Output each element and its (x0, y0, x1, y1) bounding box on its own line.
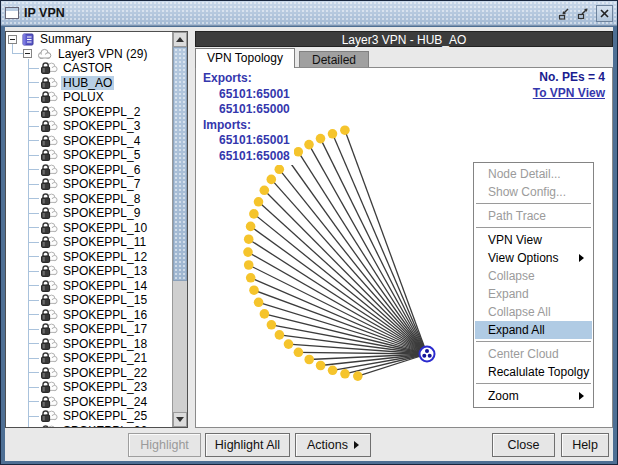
menu-item-zoom[interactable]: Zoom (475, 387, 592, 405)
tree-row[interactable]: HUB_AO (6, 76, 172, 91)
spoke-node[interactable] (340, 125, 350, 135)
lock-cloud-icon (39, 322, 58, 336)
tree-row[interactable]: SPOKEPPL_7 (6, 177, 172, 192)
tree-row[interactable]: SPOKEPPL_23 (6, 380, 172, 395)
spoke-node[interactable] (267, 320, 277, 330)
spoke-node[interactable] (294, 147, 304, 157)
tree-row[interactable]: CASTOR (6, 61, 172, 76)
spoke-node[interactable] (353, 371, 363, 381)
export-values: 65101:6500165101:65000 (203, 87, 290, 118)
spoke-node[interactable] (267, 175, 277, 185)
tree-row[interactable]: SPOKEPPL_2 (6, 105, 172, 120)
spoke-node[interactable] (243, 247, 253, 257)
spoke-node[interactable] (246, 273, 256, 283)
tree-expander[interactable] (23, 49, 32, 58)
spoke-node[interactable] (284, 339, 294, 349)
spoke-node[interactable] (328, 366, 338, 376)
tree-row[interactable]: SPOKEPPL_15 (6, 293, 172, 308)
spoke-node[interactable] (249, 209, 259, 219)
tree-row[interactable]: SPOKEPPL_8 (6, 192, 172, 207)
tree-row[interactable]: SPOKEPPL_22 (6, 366, 172, 381)
titlebar[interactable]: IP VPN (1, 1, 617, 26)
spoke-node[interactable] (246, 222, 256, 232)
lock-cloud-icon (39, 279, 58, 293)
iconify-button[interactable] (555, 5, 572, 22)
highlight-all-button[interactable]: Highlight All (205, 433, 290, 457)
lock-cloud-icon (39, 351, 58, 365)
scrollbar-down-button[interactable] (173, 412, 187, 427)
tree-row[interactable]: SPOKEPPL_26 (6, 424, 172, 428)
spoke-node[interactable] (328, 129, 338, 139)
close-button[interactable]: Close (492, 433, 555, 457)
spoke-node[interactable] (304, 355, 314, 365)
tree-row[interactable]: SPOKEPPL_10 (6, 221, 172, 236)
help-button[interactable]: Help (561, 433, 609, 457)
spoke-node[interactable] (260, 309, 270, 319)
tree-row[interactable]: SPOKEPPL_11 (6, 235, 172, 250)
tree-row[interactable]: SPOKEPPL_9 (6, 206, 172, 221)
tree-item-label: SPOKEPPL_10 (61, 221, 149, 235)
tree-item-label: SPOKEPPL_11 (61, 235, 148, 249)
tree-row[interactable]: SPOKEPPL_18 (6, 337, 172, 352)
menu-item-expand-all[interactable]: Expand All (475, 321, 592, 339)
spoke-node[interactable] (316, 361, 326, 371)
hub-node[interactable] (420, 347, 435, 362)
button-label: Highlight (140, 438, 189, 452)
menu-item-recalulate-topolgy[interactable]: Recalulate Topolgy (475, 363, 592, 381)
spoke-node[interactable] (316, 134, 326, 144)
tree-row[interactable]: SPOKEPPL_25 (6, 409, 172, 424)
tree-item-label: POLUX (61, 90, 106, 104)
tree-row[interactable]: SPOKEPPL_24 (6, 395, 172, 410)
tree-row[interactable]: SPOKEPPL_4 (6, 134, 172, 149)
actions-button[interactable]: Actions (295, 433, 371, 457)
maximize-button[interactable] (574, 5, 591, 22)
tree-row[interactable]: SPOKEPPL_5 (6, 148, 172, 163)
tree-guide-stub (28, 387, 39, 388)
tree-guide-stub (28, 358, 39, 359)
spoke-node[interactable] (275, 330, 285, 340)
scrollbar-thumb[interactable] (173, 47, 187, 281)
tab-detailed[interactable]: Detailed (299, 51, 369, 68)
spoke-node[interactable] (340, 369, 350, 379)
titlebar-close-button[interactable] (596, 5, 613, 22)
menu-item-vpn-view[interactable]: VPN View (475, 231, 592, 249)
tree-scrollbar[interactable] (172, 32, 187, 427)
spoke-node[interactable] (254, 298, 264, 308)
menu-item-view-options[interactable]: View Options (475, 249, 592, 267)
tree-row[interactable]: POLUX (6, 90, 172, 105)
tree-row[interactable]: Summary (6, 32, 172, 47)
scrollbar-up-button[interactable] (173, 32, 187, 47)
tree-row[interactable]: Layer3 VPN (29) (6, 47, 172, 62)
spoke-node[interactable] (249, 285, 259, 295)
tree-row[interactable]: SPOKEPPL_17 (6, 322, 172, 337)
tree-guide-stub (28, 155, 39, 156)
tree-row[interactable]: SPOKEPPL_14 (6, 279, 172, 294)
tree-row[interactable]: SPOKEPPL_16 (6, 308, 172, 323)
tree-row[interactable]: SPOKEPPL_13 (6, 264, 172, 279)
spoke-node[interactable] (304, 140, 314, 150)
tree-item-label: SPOKEPPL_22 (61, 366, 149, 380)
tab-vpn-topology[interactable]: VPN Topology (195, 48, 295, 68)
tree-item-label: SPOKEPPL_18 (61, 337, 149, 351)
menu-arrow-icon (354, 441, 359, 449)
window-content: SummaryLayer3 VPN (29)CASTORHUB_AOPOLUXS… (5, 27, 613, 461)
tree-item-label: HUB_AO (61, 76, 114, 90)
spoke-node[interactable] (260, 186, 270, 196)
tree-guide-stub (28, 111, 39, 112)
to-vpn-view-link[interactable]: To VPN View (533, 86, 605, 102)
menu-item-center-cloud: Center Cloud (475, 345, 592, 363)
tree-row[interactable]: SPOKEPPL_6 (6, 163, 172, 178)
imports-label: Imports: (203, 118, 290, 134)
spoke-node[interactable] (294, 348, 304, 358)
tree-item-label: SPOKEPPL_24 (61, 395, 149, 409)
tree-guide-stub (28, 285, 39, 286)
tree-expander[interactable] (8, 35, 17, 44)
tree-row[interactable]: SPOKEPPL_3 (6, 119, 172, 134)
tree-row[interactable]: SPOKEPPL_12 (6, 250, 172, 265)
lock-cloud-icon (39, 76, 58, 90)
spoke-node[interactable] (275, 165, 285, 175)
spoke-node[interactable] (244, 260, 254, 270)
spoke-node[interactable] (244, 234, 254, 244)
tree-row[interactable]: SPOKEPPL_21 (6, 351, 172, 366)
spoke-node[interactable] (254, 197, 264, 207)
